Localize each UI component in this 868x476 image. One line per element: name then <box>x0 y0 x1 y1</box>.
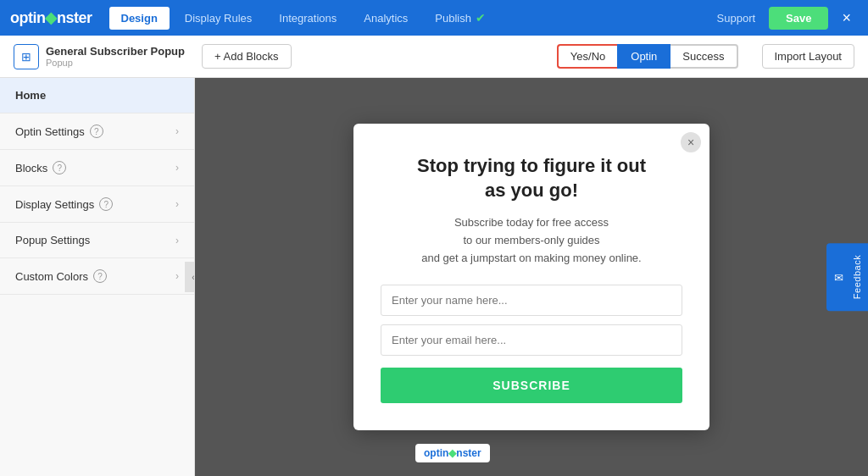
blocks-chevron-icon: › <box>175 162 179 174</box>
canvas-area: × Stop trying to figure it out as you go… <box>195 78 868 476</box>
custom-colors-help-icon: ? <box>93 269 107 283</box>
sidebar-home-label: Home <box>15 89 46 102</box>
popup-email-input[interactable] <box>381 324 682 356</box>
display-settings-help-icon: ? <box>99 197 113 211</box>
popup-name-input[interactable] <box>381 285 682 316</box>
import-layout-button[interactable]: Import Layout <box>762 44 855 69</box>
popup-headline: Stop trying to figure it out as you go! <box>381 154 682 202</box>
logo-monster-icon: ◆ <box>45 9 57 26</box>
sidebar-item-optin-settings[interactable]: Optin Settings ? › <box>0 113 194 150</box>
popup-info: ⊞ General Subscriber Popup Popup <box>14 44 185 69</box>
top-navigation: optin◆nster Design Display Rules Integra… <box>0 0 868 36</box>
nav-tab-design[interactable]: Design <box>109 7 170 30</box>
save-button[interactable]: Save <box>769 7 828 30</box>
tab-success[interactable]: Success <box>670 44 737 69</box>
popup-name: General Subscriber Popup <box>46 45 185 58</box>
sidebar-item-popup-settings[interactable]: Popup Settings › <box>0 223 194 258</box>
canvas-bottom-logo: optin◆nster <box>415 444 490 462</box>
view-tabs: Yes/No Optin Success <box>557 44 738 69</box>
sidebar-collapse-button[interactable]: ‹ <box>185 262 195 292</box>
display-settings-chevron-icon: › <box>175 198 179 210</box>
tab-optin[interactable]: Optin <box>617 44 670 69</box>
tab-yesno[interactable]: Yes/No <box>557 44 617 69</box>
sidebar-display-settings-label: Display Settings <box>15 198 94 211</box>
sidebar-item-home[interactable]: Home <box>0 78 194 113</box>
popup-settings-chevron-icon: › <box>175 235 179 246</box>
sidebar-blocks-label: Blocks <box>15 162 47 174</box>
popup-type: Popup <box>46 58 185 68</box>
feedback-envelope-icon: ✉ <box>832 270 845 284</box>
sidebar-popup-settings-label: Popup Settings <box>15 234 90 246</box>
sidebar-item-blocks[interactable]: Blocks ? › <box>0 150 194 186</box>
main-layout: Home Optin Settings ? › Blocks ? › Displ… <box>0 78 868 476</box>
popup-icon: ⊞ <box>14 44 39 69</box>
sidebar-custom-colors-label: Custom Colors <box>15 270 88 283</box>
popup-close-button[interactable]: × <box>681 132 701 152</box>
support-button[interactable]: Support <box>707 7 766 30</box>
popup-card: × Stop trying to figure it out as you go… <box>353 124 709 430</box>
bottom-logo-monster-icon: ◆ <box>448 447 456 459</box>
optin-settings-help-icon: ? <box>90 125 103 138</box>
popup-subtext: Subscribe today for free access to our m… <box>381 214 682 267</box>
optin-settings-chevron-icon: › <box>175 125 179 137</box>
blocks-help-icon: ? <box>53 161 66 174</box>
sidebar-optin-settings-label: Optin Settings <box>15 125 85 138</box>
nav-tab-display-rules[interactable]: Display Rules <box>173 7 264 30</box>
feedback-tab[interactable]: ✉ Feedback <box>826 243 868 311</box>
nav-tab-publish[interactable]: Publish ✔ <box>423 6 498 30</box>
custom-colors-chevron-icon: › <box>175 270 179 282</box>
nav-tab-analytics[interactable]: Analytics <box>352 7 420 30</box>
second-toolbar: ⊞ General Subscriber Popup Popup + Add B… <box>0 36 868 78</box>
sidebar-item-custom-colors[interactable]: Custom Colors ? › <box>0 258 194 295</box>
sidebar-item-display-settings[interactable]: Display Settings ? › <box>0 186 194 223</box>
popup-subscribe-button[interactable]: SUBSCRIBE <box>381 368 682 403</box>
logo: optin◆nster <box>10 8 92 27</box>
feedback-label: Feedback <box>852 255 862 299</box>
nav-tab-integrations[interactable]: Integrations <box>267 7 348 30</box>
publish-check-icon: ✔ <box>476 11 486 25</box>
close-button[interactable]: × <box>835 6 858 30</box>
add-blocks-button[interactable]: + Add Blocks <box>202 44 292 69</box>
sidebar: Home Optin Settings ? › Blocks ? › Displ… <box>0 78 195 476</box>
publish-label: Publish <box>435 12 471 25</box>
